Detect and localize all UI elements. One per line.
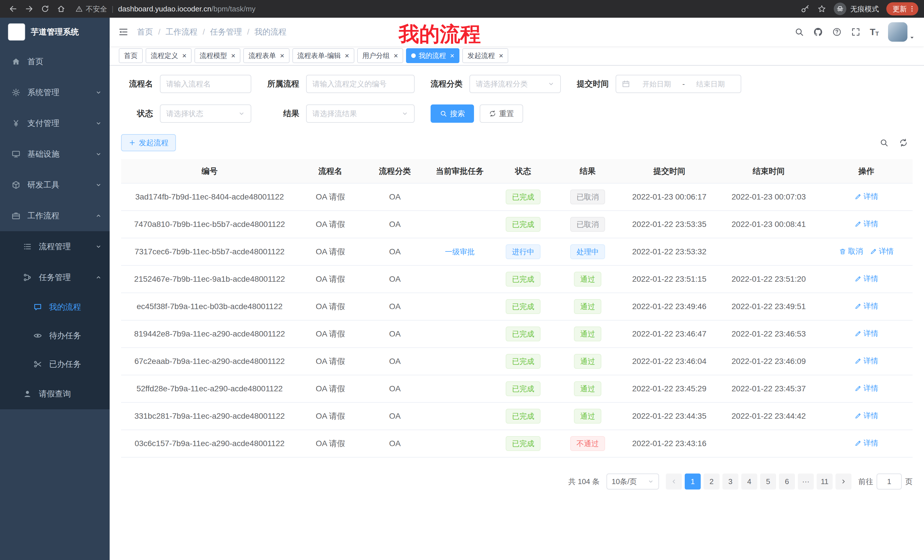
search-button[interactable]: 搜索 — [430, 105, 474, 123]
pager-page-5[interactable]: 5 — [760, 473, 776, 490]
pager-page-4[interactable]: 4 — [741, 473, 757, 490]
key-icon[interactable] — [801, 4, 810, 13]
chevron-down-icon — [402, 110, 408, 117]
page-size-select[interactable]: 10条/页 — [606, 473, 659, 490]
close-icon[interactable]: × — [280, 52, 284, 59]
user-menu[interactable] — [888, 22, 915, 42]
sidebar-item-system[interactable]: 系统管理 — [0, 77, 110, 108]
detail-link[interactable]: 详情 — [870, 246, 894, 256]
current-task-cell — [427, 211, 492, 238]
sidebar-item-home[interactable]: 首页 — [0, 46, 110, 77]
detail-link[interactable]: 详情 — [854, 192, 878, 202]
result-cell: 通过 — [554, 347, 621, 375]
end-time-cell: 2022-01-22 23:46:09 — [717, 347, 820, 375]
detail-link[interactable]: 详情 — [854, 383, 878, 393]
sidebar-toggle-button[interactable] — [110, 18, 137, 46]
table-body: 3ad174fb-7b9d-11ec-8404-acde48001122OA 请… — [121, 183, 913, 457]
sidebar-item-workflow[interactable]: 工作流程 — [0, 201, 110, 231]
pager-page-6[interactable]: 6 — [779, 473, 795, 490]
sidebar-item-leave-query[interactable]: 请假查询 — [0, 379, 110, 409]
address-bar[interactable]: 不安全 | dashboard.yudao.iocoder.cn/bpm/tas… — [75, 4, 801, 14]
submit-time-cell: 2022-01-22 23:51:15 — [621, 265, 717, 293]
browser-home-button[interactable] — [54, 1, 69, 16]
help-icon[interactable] — [832, 27, 842, 37]
page-size-value: 10条/页 — [612, 477, 637, 487]
bookmark-star-icon[interactable] — [817, 4, 826, 13]
tab-home[interactable]: 首页 — [119, 48, 143, 63]
toggle-search-icon[interactable] — [879, 138, 889, 147]
sidebar-item-todo-task[interactable]: 待办任务 — [0, 321, 110, 350]
sidebar-item-payment[interactable]: 支付管理 — [0, 108, 110, 139]
warning-icon — [75, 5, 83, 13]
sidebar-item-infrastructure[interactable]: 基础设施 — [0, 139, 110, 169]
tab-my-process[interactable]: 我的流程× — [406, 48, 459, 63]
actions-cell: 详情 — [820, 183, 913, 211]
detail-link[interactable]: 详情 — [854, 438, 878, 448]
name-input[interactable] — [160, 75, 251, 93]
status-select[interactable]: 请选择状态 — [160, 105, 251, 123]
prev-page-button[interactable] — [666, 473, 682, 490]
incognito-indicator[interactable]: 无痕模式 — [834, 3, 879, 15]
pager-ellipsis[interactable]: ··· — [798, 473, 814, 490]
close-icon[interactable]: × — [450, 52, 454, 59]
detail-link[interactable]: 详情 — [854, 274, 878, 284]
close-icon[interactable]: × — [231, 52, 235, 59]
tab-start-process[interactable]: 发起流程× — [462, 48, 508, 63]
detail-link[interactable]: 详情 — [854, 411, 878, 421]
tab-process-form[interactable]: 流程表单× — [243, 48, 289, 63]
date-range-picker[interactable]: 开始日期 - 结束日期 — [616, 75, 741, 93]
tab-user-group[interactable]: 用户分组× — [357, 48, 403, 63]
current-task-cell — [427, 430, 492, 457]
create-process-button[interactable]: 发起流程 — [121, 134, 176, 151]
tab-process-definition[interactable]: 流程定义× — [146, 48, 192, 63]
pager-page-11[interactable]: 11 — [817, 473, 832, 490]
security-status[interactable]: 不安全 — [75, 4, 107, 14]
breadcrumb-item[interactable]: 工作流程 — [166, 27, 198, 37]
detail-link[interactable]: 详情 — [854, 356, 878, 366]
status-tag: 已完成 — [506, 326, 540, 341]
sidebar-item-done-task[interactable]: 已办任务 — [0, 350, 110, 379]
cancel-link[interactable]: 取消 — [839, 246, 863, 256]
status-tag: 进行中 — [506, 244, 540, 259]
browser-reload-button[interactable] — [38, 1, 52, 16]
current-task-link[interactable]: 一级审批 — [445, 247, 475, 257]
sidebar-item-dev-tools[interactable]: 研发工具 — [0, 169, 110, 201]
goto-page-input[interactable] — [877, 473, 902, 490]
close-icon[interactable]: × — [345, 52, 349, 59]
detail-link[interactable]: 详情 — [854, 328, 878, 338]
breadcrumb-separator: / — [158, 27, 160, 36]
sidebar-logo[interactable]: 芋道管理系统 — [0, 18, 110, 46]
browser-back-button[interactable] — [6, 1, 21, 16]
pager-page-1[interactable]: 1 — [685, 473, 701, 490]
sidebar-item-label: 基础设施 — [27, 149, 59, 160]
search-icon[interactable] — [794, 27, 804, 37]
tab-process-form-edit[interactable]: 流程表单-编辑× — [292, 48, 354, 63]
pager-page-2[interactable]: 2 — [704, 473, 720, 490]
pager-page-3[interactable]: 3 — [722, 473, 738, 490]
category-select[interactable]: 请选择流程分类 — [470, 75, 561, 93]
reset-button[interactable]: 重置 — [480, 105, 523, 123]
refresh-table-icon[interactable] — [899, 138, 908, 147]
sidebar-item-task-mgmt[interactable]: 任务管理 — [0, 262, 110, 293]
tab-process-model[interactable]: 流程模型× — [195, 48, 240, 63]
browser-forward-button[interactable] — [22, 1, 36, 16]
detail-link[interactable]: 详情 — [854, 219, 878, 229]
result-select[interactable]: 请选择流结果 — [306, 105, 415, 123]
kebab-menu-icon[interactable] — [908, 5, 916, 13]
process-input[interactable] — [306, 75, 415, 93]
close-icon[interactable]: × — [499, 52, 503, 59]
font-size-icon[interactable]: TT — [870, 27, 879, 36]
github-icon[interactable] — [813, 27, 823, 37]
submit-time-cell: 2022-01-22 23:46:47 — [621, 320, 717, 347]
next-page-button[interactable] — [836, 473, 852, 490]
result-cell: 通过 — [554, 375, 621, 403]
close-icon[interactable]: × — [394, 52, 398, 59]
close-icon[interactable]: × — [182, 52, 186, 59]
breadcrumb-item[interactable]: 任务管理 — [210, 27, 242, 37]
detail-link[interactable]: 详情 — [854, 301, 878, 311]
sidebar-item-process-mgmt[interactable]: 流程管理 — [0, 231, 110, 262]
browser-update-button[interactable]: 更新 — [886, 2, 918, 15]
fullscreen-icon[interactable] — [851, 27, 861, 37]
sidebar-item-my-process[interactable]: 我的流程 — [0, 293, 110, 321]
breadcrumb-item[interactable]: 首页 — [137, 27, 153, 37]
